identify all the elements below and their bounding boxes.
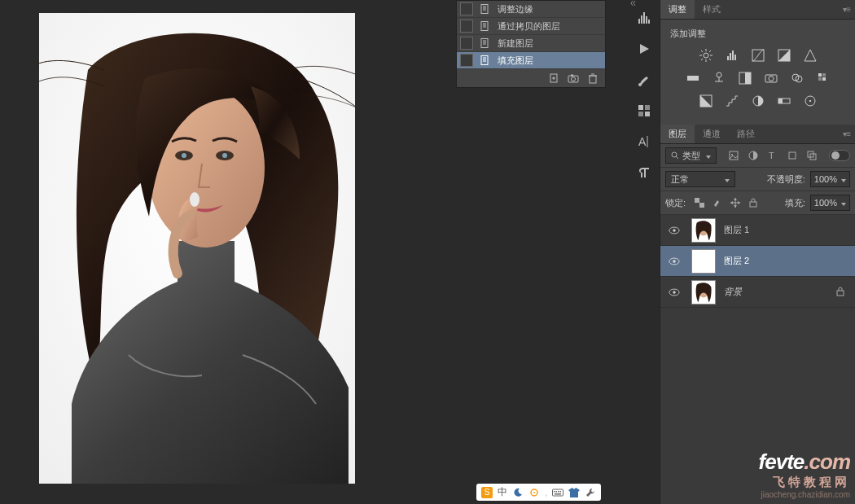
play-icon[interactable]: [636, 41, 652, 57]
selective-color-icon[interactable]: [803, 94, 818, 108]
ime-lang-label[interactable]: 中: [498, 485, 507, 499]
color-balance-icon[interactable]: [712, 71, 726, 85]
fill-label: 填充:: [785, 197, 805, 209]
search-icon: [671, 151, 679, 160]
canvas[interactable]: [39, 13, 355, 484]
blend-mode-value: 正常: [671, 173, 689, 186]
filter-smart-icon[interactable]: [806, 150, 818, 161]
visibility-eye-icon[interactable]: [669, 287, 680, 298]
tab-adjustments[interactable]: 调整: [660, 0, 695, 19]
layer-row[interactable]: 图层 2: [660, 246, 855, 277]
hue-sat-icon[interactable]: [686, 71, 700, 85]
blend-mode-select[interactable]: 正常: [665, 171, 735, 187]
svg-marker-99: [738, 201, 740, 204]
invert-icon[interactable]: [699, 94, 713, 108]
levels-icon[interactable]: [725, 48, 739, 63]
swatch-icon[interactable]: [636, 103, 652, 119]
adjustments-panel-header: 调整 样式 ▾≡: [660, 0, 855, 20]
svg-point-27: [572, 77, 576, 81]
layer-row[interactable]: 背景: [660, 277, 855, 308]
svg-rect-7: [481, 5, 488, 14]
svg-rect-33: [641, 15, 642, 24]
trash-icon[interactable]: [587, 72, 598, 84]
svg-rect-41: [638, 112, 643, 116]
camera-icon[interactable]: [568, 72, 579, 84]
shirt-icon[interactable]: [568, 487, 580, 498]
lock-transparency-icon[interactable]: [694, 197, 705, 208]
keyboard-icon[interactable]: [552, 487, 563, 498]
svg-rect-19: [481, 56, 488, 65]
svg-rect-28: [571, 75, 573, 77]
tab-paths[interactable]: 路径: [729, 125, 763, 143]
fill-input[interactable]: 100%: [810, 195, 850, 211]
vibrance-icon[interactable]: [803, 48, 818, 63]
channel-mixer-icon[interactable]: [790, 71, 805, 85]
panel-menu-icon[interactable]: ▾≡: [843, 5, 850, 14]
brush-icon[interactable]: [636, 72, 652, 88]
photo-filter-icon[interactable]: [764, 71, 778, 85]
layer-name[interactable]: 图层 1: [724, 224, 850, 236]
svg-line-84: [676, 156, 678, 159]
posterize-icon[interactable]: [725, 94, 739, 108]
character-icon[interactable]: A: [636, 134, 652, 150]
svg-rect-116: [556, 491, 558, 493]
layer-name[interactable]: 背景: [724, 286, 827, 298]
opacity-value: 100%: [814, 174, 837, 184]
portrait-placeholder: [39, 13, 355, 484]
filter-pixel-icon[interactable]: [728, 150, 739, 161]
gradient-map-icon[interactable]: [777, 94, 791, 108]
visibility-eye-icon[interactable]: [669, 225, 680, 236]
lock-icon: [835, 287, 847, 298]
brightness-icon[interactable]: [699, 48, 713, 63]
wrench-icon[interactable]: [585, 487, 596, 498]
svg-rect-36: [648, 20, 650, 24]
histogram-icon[interactable]: [636, 10, 652, 26]
threshold-icon[interactable]: [751, 94, 765, 108]
svg-rect-34: [643, 12, 645, 24]
tab-channels[interactable]: 通道: [695, 125, 729, 143]
actions-dropdown: 调整边缘 通过拷贝的图层 新建图层 填充图层: [456, 0, 606, 88]
exposure-icon[interactable]: [777, 48, 791, 63]
filter-switch[interactable]: [829, 150, 850, 161]
add-to-action-icon[interactable]: [548, 72, 559, 84]
tab-layers[interactable]: 图层: [660, 125, 695, 143]
filter-type-label: 类型: [682, 150, 700, 162]
chevron-down-icon: [704, 151, 711, 160]
svg-rect-92: [695, 198, 699, 203]
lock-position-icon[interactable]: [730, 197, 741, 208]
dropdown-item-fill-layer[interactable]: 填充图层: [457, 52, 605, 69]
layer-name[interactable]: 图层 2: [724, 255, 850, 267]
layers-panel-header: 图层 通道 路径 ▾≡: [660, 125, 855, 144]
lock-pixels-icon[interactable]: [712, 197, 723, 208]
tab-styles[interactable]: 样式: [695, 0, 729, 19]
curves-icon[interactable]: [751, 48, 765, 63]
ime-toolbar[interactable]: S 中 ,: [476, 484, 601, 501]
opacity-input[interactable]: 100%: [810, 171, 850, 187]
ime-logo-icon: S: [481, 487, 493, 498]
layer-thumbnail: [691, 280, 716, 305]
moon-icon[interactable]: [512, 487, 524, 498]
dropdown-item-new-layer[interactable]: 新建图层: [457, 35, 605, 52]
bw-icon[interactable]: [738, 71, 752, 85]
svg-rect-118: [560, 491, 562, 493]
filter-adjustment-icon[interactable]: [748, 150, 759, 161]
color-lookup-icon[interactable]: [816, 71, 831, 85]
dropdown-item-layer-via-copy[interactable]: 通过拷贝的图层: [457, 18, 605, 35]
svg-rect-82: [809, 100, 811, 102]
svg-marker-37: [640, 44, 649, 54]
filter-shape-icon[interactable]: [787, 150, 798, 161]
filter-type-select[interactable]: 类型: [665, 147, 717, 164]
circle-dot-icon[interactable]: [528, 487, 540, 498]
filter-type-text-icon[interactable]: T: [767, 150, 778, 161]
panel-menu-icon[interactable]: ▾≡: [843, 129, 850, 138]
paragraph-icon[interactable]: [636, 164, 652, 181]
svg-marker-60: [778, 50, 790, 61]
dropdown-item-refine-edge[interactable]: 调整边缘: [457, 1, 605, 18]
svg-rect-57: [734, 55, 736, 60]
svg-rect-72: [818, 73, 822, 77]
visibility-eye-icon[interactable]: [669, 256, 680, 267]
checkbox-icon: [460, 2, 473, 15]
lock-all-icon[interactable]: [748, 197, 759, 208]
collapse-arrows-icon[interactable]: [630, 0, 642, 7]
layer-row[interactable]: 图层 1: [660, 215, 855, 246]
